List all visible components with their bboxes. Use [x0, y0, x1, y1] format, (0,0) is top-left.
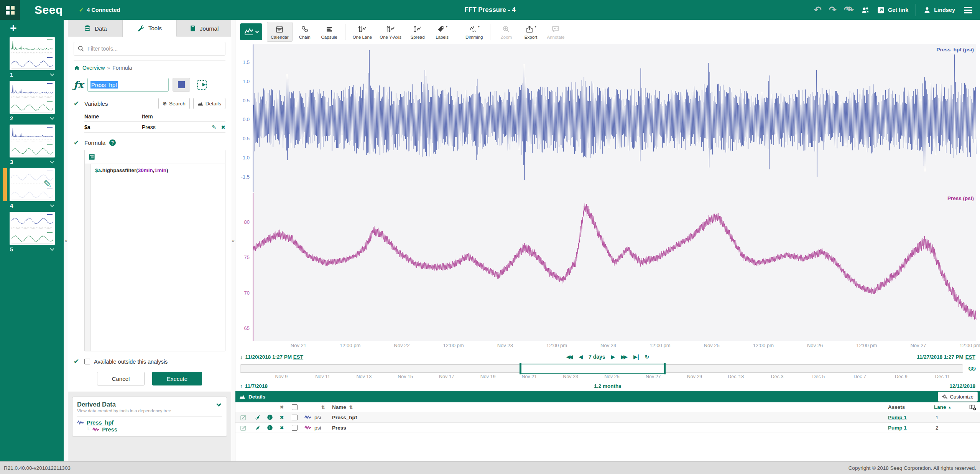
step-forward-full-button[interactable]: ▶▶	[621, 354, 628, 360]
remove-variable-icon[interactable]: ✖	[221, 124, 225, 130]
execute-button[interactable]: Execute	[152, 372, 202, 385]
chevron-down-icon[interactable]	[50, 72, 54, 76]
get-link-label: Get link	[888, 7, 908, 13]
info-icon[interactable]	[264, 414, 276, 420]
auto-update-icon[interactable]: ↻↻	[968, 365, 976, 372]
chevron-down-icon[interactable]	[50, 203, 54, 207]
chevron-down-icon[interactable]	[50, 246, 54, 251]
derived-link-press[interactable]: Press	[102, 426, 117, 433]
breadcrumb-overview-link[interactable]: Overview	[82, 65, 105, 71]
tool-export[interactable]: ▾Export	[518, 22, 543, 42]
worksheet-thumbnail[interactable]	[10, 81, 55, 114]
tool-dimming[interactable]: ▾Dimming	[462, 22, 487, 42]
scrubber-tick-label: Dec 3	[771, 374, 784, 379]
connection-status-label: 4 Connected	[87, 7, 120, 13]
collapse-tools-panel[interactable]: «	[231, 20, 235, 461]
axis-label-press[interactable]: Press (psi)	[947, 195, 974, 201]
asset-link[interactable]: Pump 1	[888, 415, 907, 420]
derived-link-press-hpf[interactable]: Press_hpf	[87, 420, 113, 426]
select-all-checkbox[interactable]	[292, 404, 298, 410]
chevron-down-icon[interactable]	[50, 159, 54, 163]
tool-spread[interactable]: Spread	[405, 22, 430, 42]
tool-labels[interactable]: ▾Labels	[430, 22, 454, 42]
seeq-logo[interactable]: Seeq	[35, 3, 63, 16]
scrubber-track[interactable]	[240, 364, 963, 373]
add-worksheet-button[interactable]: +	[10, 21, 20, 34]
refresh-icon[interactable]: ↻	[645, 354, 649, 360]
lane-press-hpf[interactable]: 1.51.00.50.0-0.5-1.0-1.5 Press_hpf (psi)	[235, 44, 980, 192]
variables-search-button[interactable]: ⊕ Search	[158, 98, 190, 109]
lane-column-header[interactable]: Lane	[934, 404, 946, 410]
sort-icon[interactable]: ⇅	[314, 405, 332, 410]
scrubber-tick-label: Nov 15	[398, 374, 413, 379]
step-back-full-button[interactable]: ◀◀	[566, 354, 573, 360]
menu-icon[interactable]	[962, 5, 974, 15]
edit-properties-icon[interactable]	[235, 425, 251, 431]
scrubber-selection-window[interactable]	[520, 364, 665, 374]
version-label: R21.0.40.00-v201812211303	[4, 465, 71, 471]
sort-icon[interactable]: ⇅	[349, 405, 353, 410]
send-to-tool-icon[interactable]	[251, 425, 264, 431]
cancel-button[interactable]: Cancel	[97, 372, 145, 385]
undo-icon[interactable]: ↶	[814, 5, 822, 15]
formula-name-input[interactable]: Press_hpf	[87, 78, 169, 92]
assets-column-header[interactable]: Assets	[888, 404, 934, 410]
help-icon[interactable]: ?	[109, 139, 116, 146]
name-column-header[interactable]: Name	[332, 404, 346, 410]
tool-one-lane[interactable]: One Lane	[349, 22, 376, 42]
redo-all-icon[interactable]: ↷↷	[844, 5, 854, 15]
formula-code-area[interactable]: $a.highpassfilter(30min,1min)	[85, 164, 225, 351]
asset-link[interactable]: Pump 1	[888, 425, 907, 431]
tab-tools[interactable]: Tools	[123, 20, 177, 37]
lane-press[interactable]: 80757065 Press (psi)	[235, 192, 980, 341]
signal-name[interactable]: Press_hpf	[332, 415, 888, 420]
users-icon[interactable]	[861, 6, 870, 14]
step-to-end-button[interactable]: ▶|	[633, 354, 639, 360]
send-to-tool-icon[interactable]	[251, 414, 264, 420]
color-swatch-button[interactable]	[173, 78, 190, 92]
app-switcher-button[interactable]	[0, 0, 20, 20]
tool-chain[interactable]: Chain	[293, 22, 317, 42]
tab-data[interactable]: Data	[68, 20, 123, 37]
chevron-down-icon[interactable]	[50, 115, 54, 120]
view-mode-dropdown[interactable]	[240, 23, 262, 40]
insert-item-icon[interactable]: ▶	[197, 80, 207, 90]
tool-capsule[interactable]: Capsule	[317, 22, 342, 42]
tab-journal[interactable]: Journal	[177, 20, 231, 37]
investigate-range-duration[interactable]: 1.2 months	[594, 383, 621, 389]
filter-tools-input[interactable]: Filter tools...	[74, 42, 225, 56]
step-forward-half-button[interactable]: ▶	[611, 354, 615, 360]
add-column-icon[interactable]	[969, 404, 976, 410]
annotate-icon	[551, 25, 560, 35]
axis-label-press-hpf[interactable]: Press_hpf (psi)	[936, 47, 974, 52]
step-back-half-button[interactable]: ◀	[579, 354, 583, 360]
document-outline-icon[interactable]	[88, 153, 95, 161]
available-outside-checkbox[interactable]	[84, 359, 90, 364]
remove-signal-icon[interactable]: ✖	[276, 425, 288, 431]
edit-properties-icon[interactable]	[235, 414, 251, 421]
duration-label[interactable]: 7 days	[589, 354, 605, 360]
remove-all-icon[interactable]: ✖	[276, 404, 288, 410]
home-icon[interactable]	[74, 65, 80, 71]
tool-calendar[interactable]: Calendar	[267, 22, 293, 42]
customize-button[interactable]: Customize	[938, 392, 978, 402]
info-icon[interactable]	[264, 425, 276, 431]
remove-signal-icon[interactable]: ✖	[276, 415, 288, 420]
worksheet-thumbnail[interactable]	[10, 212, 55, 245]
variables-details-button[interactable]: Details	[193, 98, 225, 109]
redo-icon[interactable]: ↷	[829, 5, 837, 15]
worksheet-thumbnail[interactable]: ✎	[10, 168, 55, 201]
row-checkbox[interactable]	[292, 425, 298, 431]
wrench-icon	[137, 25, 145, 32]
timezone-link[interactable]: EST	[293, 354, 303, 360]
edit-variable-icon[interactable]: ✎	[212, 124, 217, 130]
signal-name[interactable]: Press	[332, 425, 888, 431]
worksheet-thumbnail[interactable]	[10, 125, 55, 157]
worksheet-thumbnail[interactable]	[10, 37, 55, 70]
timezone-link[interactable]: EST	[965, 354, 975, 360]
user-menu[interactable]: Lindsey	[923, 6, 955, 14]
row-checkbox[interactable]	[292, 415, 298, 420]
get-link-button[interactable]: Get link	[877, 6, 908, 14]
tool-one-y-axis[interactable]: One Y-Axis	[376, 22, 405, 42]
collapse-worksheet-panel[interactable]: «	[64, 20, 68, 461]
